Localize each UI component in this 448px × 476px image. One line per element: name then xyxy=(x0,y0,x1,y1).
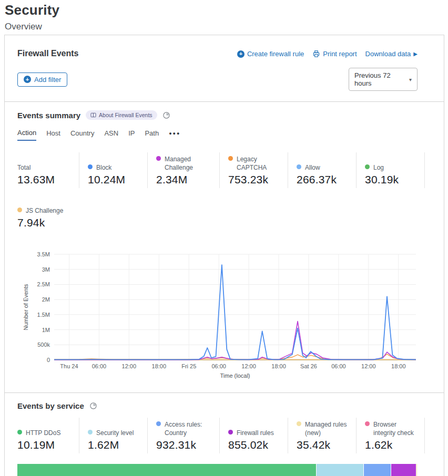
stat-tile[interactable]: Security level1.62M xyxy=(79,418,148,453)
stat-tile[interactable]: JS Challenge7.94k xyxy=(17,195,79,231)
stat-value: 1.62M xyxy=(88,439,142,451)
time-range-select[interactable]: Previous 72 hours ▾ xyxy=(349,68,418,91)
caret-down-icon: ▾ xyxy=(409,77,412,82)
print-report-label: Print report xyxy=(323,50,357,58)
svg-text:500k: 500k xyxy=(37,342,50,348)
tab-country[interactable]: Country xyxy=(70,129,95,140)
stat-label: Security level xyxy=(88,429,142,437)
stat-value: 2.34M xyxy=(156,173,214,186)
stat-label-text: Browser integrity check xyxy=(373,420,419,437)
add-filter-button[interactable]: + Add filter xyxy=(17,73,67,87)
series-dot-icon xyxy=(17,208,22,212)
tab-host[interactable]: Host xyxy=(46,129,60,140)
stat-label: HTTP DDoS xyxy=(17,429,74,437)
svg-text:3M: 3M xyxy=(42,266,50,273)
download-data-link[interactable]: Download data ▶ xyxy=(365,50,418,58)
series-dot-icon xyxy=(88,164,93,169)
series-line-managed-challenge xyxy=(54,322,416,360)
stat-label: Access rules: Country xyxy=(156,420,214,437)
svg-text:12:00: 12:00 xyxy=(122,363,137,369)
bar-segment-security-level[interactable] xyxy=(317,464,364,476)
time-pie-icon[interactable] xyxy=(162,111,170,119)
events-by-service-title-row: Events by service xyxy=(17,401,418,410)
stat-tile[interactable]: Managed rules (new)35.42k xyxy=(288,418,357,453)
about-firewall-events-badge[interactable]: About Firewall Events xyxy=(86,110,157,120)
toolbar-row: + Add filter Previous 72 hours ▾ xyxy=(5,58,444,101)
printer-icon xyxy=(312,50,320,58)
service-stats-grid: HTTP DDoS10.19MSecurity level1.62MAccess… xyxy=(17,418,418,453)
svg-text:18:00: 18:00 xyxy=(152,363,167,369)
stat-value: 10.24M xyxy=(88,173,142,186)
summary-stats-grid: Total13.63MBlock10.24MManaged Challenge2… xyxy=(17,152,418,188)
page-subtitle: Overview xyxy=(5,22,448,32)
svg-text:06:00: 06:00 xyxy=(331,363,346,369)
stat-label-text: Log xyxy=(373,163,384,172)
page-header: Security Overview xyxy=(0,0,448,32)
stat-tile[interactable]: Firewall rules855.02k xyxy=(220,418,288,453)
events-chart[interactable]: Thu 2406:0012:0018:00Fri 2506:0012:0018:… xyxy=(21,249,421,383)
time-pie-icon[interactable] xyxy=(89,402,97,410)
stat-tile[interactable]: Legacy CAPTCHA753.23k xyxy=(220,152,288,188)
svg-text:0: 0 xyxy=(47,357,50,363)
add-filter-label: Add filter xyxy=(34,76,61,84)
stat-value: 30.19k xyxy=(365,173,419,186)
stat-label-text: Managed Challenge xyxy=(165,155,214,172)
bar-segment-firewall-rules[interactable] xyxy=(391,464,416,476)
download-data-label: Download data xyxy=(365,50,411,58)
stat-tile[interactable]: Browser integrity check1.62k xyxy=(357,418,425,453)
svg-text:06:00: 06:00 xyxy=(211,363,226,369)
stat-tile[interactable]: Managed Challenge2.34M xyxy=(148,152,220,188)
stat-value: 266.37k xyxy=(297,173,351,186)
stat-label-text: Managed rules (new) xyxy=(305,420,351,437)
badge-label: About Firewall Events xyxy=(99,112,152,118)
stat-label: Total xyxy=(17,163,74,172)
svg-text:12:00: 12:00 xyxy=(361,363,376,369)
stat-value: 7.94k xyxy=(17,216,74,229)
series-dot-icon xyxy=(228,156,233,161)
stat-tile[interactable]: Total13.63M xyxy=(17,152,79,188)
print-report-link[interactable]: Print report xyxy=(312,50,357,58)
stat-label-text: Firewall rules xyxy=(237,429,274,437)
bar-segment-http-ddos[interactable] xyxy=(17,464,317,476)
stat-label: Browser integrity check xyxy=(365,420,419,437)
stat-label-text: Legacy CAPTCHA xyxy=(237,155,282,172)
stat-tile[interactable]: Allow266.37k xyxy=(288,152,357,188)
summary-stats-grid-row2: JS Challenge7.94k xyxy=(17,195,418,231)
time-range-value: Previous 72 hours xyxy=(354,71,404,87)
svg-text:Fri 25: Fri 25 xyxy=(181,363,196,369)
stat-label-text: HTTP DDoS xyxy=(26,429,60,437)
stat-label-text: Block xyxy=(96,163,111,172)
firewall-events-card: Firewall Events + Create firewall rule P… xyxy=(4,35,444,476)
stat-tile[interactable]: HTTP DDoS10.19M xyxy=(17,418,79,453)
book-icon xyxy=(90,112,96,118)
create-firewall-rule-link[interactable]: + Create firewall rule xyxy=(237,50,304,58)
stat-tile[interactable]: Block10.24M xyxy=(79,152,148,188)
tab-path[interactable]: Path xyxy=(145,129,159,140)
stat-label: Log xyxy=(365,163,419,172)
tab-ip[interactable]: IP xyxy=(128,129,135,140)
series-line-legacy-captcha xyxy=(54,354,416,359)
tabs-more-button[interactable]: ●●● xyxy=(169,131,180,139)
svg-text:1.5M: 1.5M xyxy=(37,312,50,318)
tabs: ActionHostCountryASNIPPath●●● xyxy=(17,129,418,141)
service-bar xyxy=(17,464,418,476)
chart-series xyxy=(54,265,416,360)
tab-action[interactable]: Action xyxy=(17,129,36,141)
bar-segment-access-rules-country[interactable] xyxy=(364,464,391,476)
events-summary-title-row: Events summary About Firewall Events xyxy=(17,110,418,120)
series-dot-icon xyxy=(297,421,301,426)
svg-text:Thu 24: Thu 24 xyxy=(60,363,78,369)
stat-value: 13.63M xyxy=(17,173,74,186)
svg-text:3.5M: 3.5M xyxy=(37,251,50,257)
stat-tile[interactable]: Access rules: Country932.31k xyxy=(148,418,220,453)
tab-asn[interactable]: ASN xyxy=(104,129,118,140)
svg-text:18:00: 18:00 xyxy=(271,363,286,369)
stat-label: Firewall rules xyxy=(228,429,282,437)
stat-tile[interactable]: Log30.19k xyxy=(357,152,425,188)
series-line-block xyxy=(54,265,416,359)
bar-segment-browser-integrity-check[interactable] xyxy=(418,464,418,476)
plus-circle-icon: + xyxy=(24,76,31,83)
stat-value: 855.02k xyxy=(228,439,282,451)
header-actions: + Create firewall rule Print report Down… xyxy=(237,50,418,58)
page-title: Security xyxy=(5,2,448,18)
